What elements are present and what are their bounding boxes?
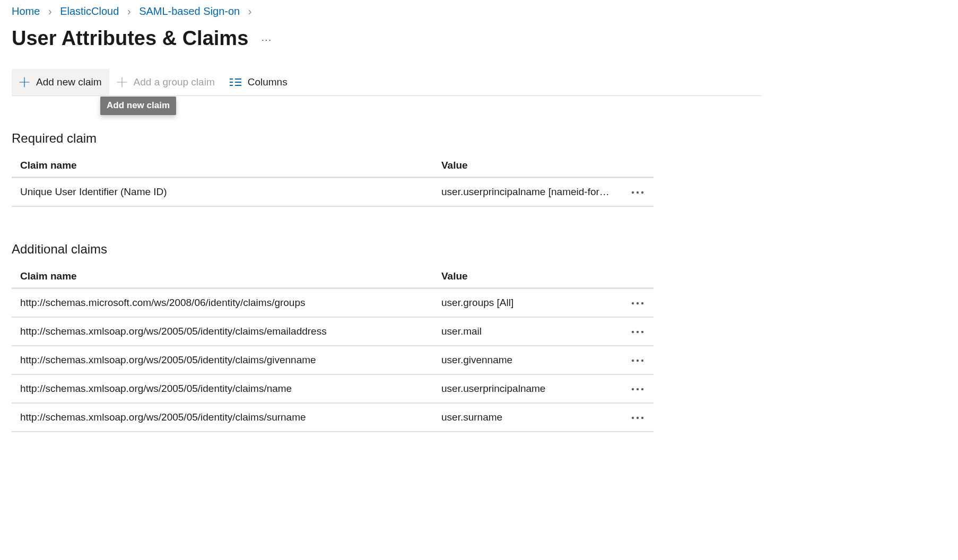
breadcrumb-elasticcloud[interactable]: ElasticCloud [60,5,119,17]
table-row[interactable]: http://schemas.xmlsoap.org/ws/2005/05/id… [12,318,654,346]
table-header: Claim name Value [12,263,654,289]
svg-point-7 [637,191,639,194]
svg-point-10 [637,302,639,304]
claim-name-cell: http://schemas.xmlsoap.org/ws/2005/05/id… [20,383,441,395]
svg-point-6 [632,191,634,194]
svg-point-17 [641,360,643,362]
row-more-actions-icon[interactable] [627,186,648,199]
add-new-claim-button[interactable]: Add new claim [12,69,109,95]
additional-claims-heading: Additional claims [12,242,947,257]
claim-value-cell: user.mail [441,326,622,337]
column-header-value[interactable]: Value [441,270,622,282]
claim-value-cell: user.givenname [441,354,622,366]
page-header: User Attributes & Claims ⋯ [12,27,947,50]
svg-point-19 [637,388,639,390]
svg-point-8 [641,191,643,194]
svg-point-18 [632,388,634,390]
row-more-actions-icon[interactable] [627,383,648,396]
column-header-value[interactable]: Value [441,160,622,171]
svg-point-9 [632,302,634,304]
plus-icon [117,77,127,88]
table-row[interactable]: http://schemas.xmlsoap.org/ws/2005/05/id… [12,404,654,432]
table-row[interactable]: Unique User Identifier (Name ID) user.us… [12,178,654,207]
claim-name-cell: http://schemas.xmlsoap.org/ws/2005/05/id… [20,412,441,423]
claim-value-cell: user.groups [All] [441,297,622,309]
tooltip-add-new-claim: Add new claim [100,97,176,115]
claim-name-cell: Unique User Identifier (Name ID) [20,186,441,198]
svg-point-15 [632,360,634,362]
svg-point-11 [641,302,643,304]
breadcrumb: Home › ElasticCloud › SAML-based Sign-on… [12,5,947,18]
additional-claims-table: Claim name Value http://schemas.microsof… [12,263,654,432]
claim-value-cell: user.surname [441,412,622,423]
required-claim-heading: Required claim [12,131,947,146]
required-claims-table: Claim name Value Unique User Identifier … [12,152,654,207]
column-header-name[interactable]: Claim name [20,270,441,282]
claim-name-cell: http://schemas.xmlsoap.org/ws/2005/05/id… [20,354,441,366]
row-more-actions-icon[interactable] [627,412,648,424]
svg-point-23 [641,417,643,419]
row-more-actions-icon[interactable] [627,354,648,367]
column-header-name[interactable]: Claim name [20,160,441,171]
svg-point-22 [637,417,639,419]
toolbar: Add new claim Add a group claim Columns … [12,69,762,96]
chevron-right-icon: › [122,5,136,18]
claim-name-cell: http://schemas.xmlsoap.org/ws/2005/05/id… [20,326,441,337]
svg-point-21 [632,417,634,419]
breadcrumb-saml-signon[interactable]: SAML-based Sign-on [139,5,240,17]
add-group-claim-label: Add a group claim [134,76,215,88]
row-more-actions-icon[interactable] [627,326,648,338]
columns-label: Columns [248,76,288,88]
chevron-right-icon: › [43,5,57,18]
svg-point-14 [641,331,643,333]
chevron-right-icon: › [243,5,257,18]
columns-button[interactable]: Columns [222,69,295,95]
add-group-claim-button[interactable]: Add a group claim [109,69,222,95]
page-title: User Attributes & Claims [12,27,248,50]
svg-point-12 [632,331,634,333]
table-row[interactable]: http://schemas.xmlsoap.org/ws/2005/05/id… [12,375,654,404]
claim-name-cell: http://schemas.microsoft.com/ws/2008/06/… [20,297,441,309]
claim-value-cell: user.userprincipalname [441,383,622,395]
svg-point-16 [637,360,639,362]
row-more-actions-icon[interactable] [627,297,648,310]
table-row[interactable]: http://schemas.xmlsoap.org/ws/2005/05/id… [12,346,654,375]
plus-icon [19,77,30,88]
add-new-claim-label: Add new claim [36,76,102,88]
table-header: Claim name Value [12,152,654,178]
more-actions-icon[interactable]: ⋯ [261,33,273,46]
svg-point-13 [637,331,639,333]
column-header-actions [622,270,654,282]
claim-value-cell: user.userprincipalname [nameid-for… [441,186,622,198]
svg-point-20 [641,388,643,390]
column-header-actions [622,160,654,171]
breadcrumb-home[interactable]: Home [12,5,40,17]
columns-icon [230,77,241,87]
table-row[interactable]: http://schemas.microsoft.com/ws/2008/06/… [12,289,654,318]
